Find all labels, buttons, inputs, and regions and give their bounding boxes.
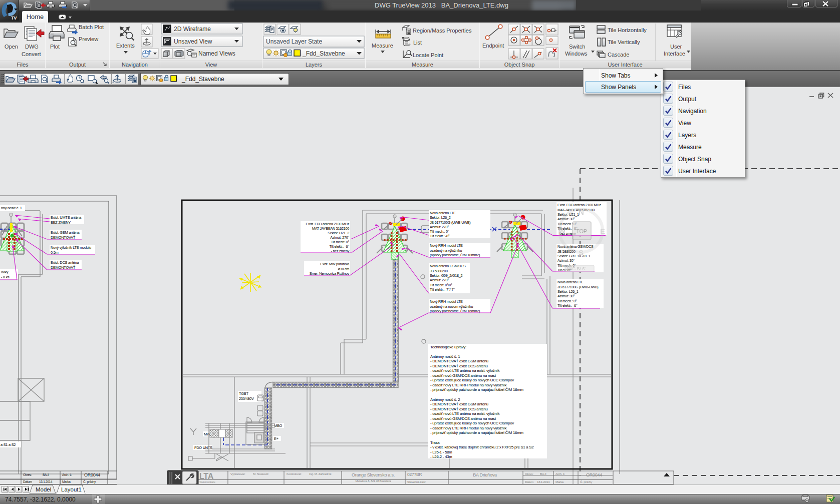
svg-text:W: W xyxy=(558,226,566,235)
svg-text:Tilt elektr.: -6°: Tilt elektr.: -6° xyxy=(330,244,350,249)
svg-text:MW: MW xyxy=(204,432,210,436)
svg-text:JB 6177100G (UWB-UWB): JB 6177100G (UWB-UWB) xyxy=(430,220,470,225)
svg-text:List: List xyxy=(413,40,422,46)
svg-text:Sektor: U21_2: Sektor: U21_2 xyxy=(328,231,349,235)
svg-text:_Fdd_Stavebne: _Fdd_Stavebne xyxy=(302,50,345,57)
svg-text:Okres:: Okres: xyxy=(23,473,32,476)
svg-text:- osadiť novú LTE anténu na ex: - osadiť novú LTE anténu na exist. výlož… xyxy=(430,411,499,416)
svg-text:Marka: Marka xyxy=(555,480,564,483)
svg-text:TGBT: TGBT xyxy=(239,391,248,396)
svg-text:OR0044: OR0044 xyxy=(586,472,602,477)
svg-text:Technologické úpravy:: Technologické úpravy: xyxy=(430,345,466,349)
svg-text:Exist. GSM anténa: Exist. GSM anténa xyxy=(51,230,80,235)
svg-text:Azimut: 30°: Azimut: 30° xyxy=(557,294,575,298)
svg-text:Arch. č.: Arch. č. xyxy=(555,472,566,475)
svg-text:nny nosič č. 1: nny nosič č. 1 xyxy=(1,206,22,210)
svg-text:Tilt elektr.: -8°: Tilt elektr.: -8° xyxy=(430,234,450,238)
svg-text:Convert: Convert xyxy=(22,51,41,57)
svg-text:Exist. DCS anténa: Exist. DCS anténa xyxy=(51,260,79,265)
svg-text:- pripraviť optický patchcorde: - pripraviť optický patchcorde a napájac… xyxy=(430,387,523,392)
svg-text:Azimut: 270°: Azimut: 270° xyxy=(330,235,349,240)
svg-text:Nová anténa GSM/DCS: Nová anténa GSM/DCS xyxy=(557,244,594,249)
svg-text:Tilt mech.: 0°: Tilt mech.: 0° xyxy=(557,299,577,303)
svg-text:Nový výložník LTE modulu: Nový výložník LTE modulu xyxy=(51,245,91,250)
svg-text:Measure: Measure xyxy=(372,43,393,49)
svg-text:Tilt elektr.: -7°/-7°: Tilt elektr.: -7°/-7° xyxy=(430,287,455,292)
svg-text:- osadiť nový LTE RRH modul na: - osadiť nový LTE RRH modul na nový výlo… xyxy=(430,426,506,430)
svg-text:Locate Point: Locate Point xyxy=(413,52,443,58)
svg-text:Preview: Preview xyxy=(79,36,98,42)
svg-text:13.1.2014: 13.1.2014 xyxy=(537,480,550,483)
svg-text:BA-II: BA-II xyxy=(43,473,49,476)
svg-text:230/480V: 230/480V xyxy=(239,396,254,401)
svg-text:OR0044: OR0044 xyxy=(84,472,100,477)
svg-text:- L26-1 - 58m: - L26-1 - 58m xyxy=(430,450,452,454)
svg-text:Arch. č.: Arch. č. xyxy=(62,473,72,476)
svg-text:Sektor: L26_2: Sektor: L26_2 xyxy=(430,215,451,220)
svg-text:FDO UNTS: FDO UNTS xyxy=(194,445,212,450)
svg-text:Batch Plot: Batch Plot xyxy=(79,24,104,30)
svg-text:- osadiť novú GSM/DCS anténu n: - osadiť novú GSM/DCS anténu na mast xyxy=(430,416,496,421)
svg-text:Sektor: L26_1: Sektor: L26_1 xyxy=(557,289,579,294)
svg-text:Anténny nosič č. 1: Anténny nosič č. 1 xyxy=(430,354,460,359)
svg-text:- upratať existujúce koaxy do: - upratať existujúce koaxy do nových UCC… xyxy=(430,421,514,425)
svg-text:Vypracoval:: Vypracoval: xyxy=(230,472,245,475)
svg-text:JB 5880200: JB 5880200 xyxy=(430,269,448,273)
svg-text:- upratať existujúce koaxy do: - upratať existujúce koaxy do nových UCC… xyxy=(430,378,514,382)
svg-text:- 8 ks: - 8 ks xyxy=(1,275,10,279)
svg-text:Orange Slovensko a.s.: Orange Slovensko a.s. xyxy=(352,472,395,477)
svg-text:Okres:: Okres: xyxy=(525,472,533,475)
svg-text:Trasa: Trasa xyxy=(430,440,440,445)
svg-text:Open: Open xyxy=(5,44,18,50)
svg-text:13.1.2014: 13.1.2014 xyxy=(39,480,53,483)
svg-text:Interface: Interface xyxy=(664,51,685,57)
svg-text:MAT-JAYBEAN 5162100: MAT-JAYBEAN 5162100 xyxy=(312,226,349,231)
svg-text:TOP: TOP xyxy=(576,228,587,234)
svg-text:TV: TV xyxy=(11,16,17,21)
svg-text:BEZ ZMENY: BEZ ZMENY xyxy=(51,220,71,225)
svg-text:User: User xyxy=(670,44,682,50)
svg-text:(optický patchcorde, Č/M 18mm2: (optický patchcorde, Č/M 18mm2) xyxy=(430,253,480,257)
svg-text:N: N xyxy=(579,208,584,216)
svg-text:Endpoint: Endpoint xyxy=(482,43,504,49)
svg-text:Named Views: Named Views xyxy=(198,50,235,57)
svg-text:Tilt elektr.: -6°: Tilt elektr.: -6° xyxy=(557,303,578,308)
svg-text:Tilt mech.: 0°: Tilt mech.: 0° xyxy=(430,229,449,234)
svg-text:W/C-B/-6°: W/C-B/-6° xyxy=(567,266,587,271)
svg-text:a S1 a S2: a S1 a S2 xyxy=(1,442,16,447)
svg-text:ø30 cm: ø30 cm xyxy=(338,267,350,271)
svg-text:Tile Horizontally: Tile Horizontally xyxy=(608,27,647,33)
svg-text:osadený na výložníku: osadený na výložníku xyxy=(430,248,462,253)
svg-text:Exist. FDD anténa 2100 MHz: Exist. FDD anténa 2100 MHz xyxy=(557,203,601,207)
svg-text:- osadiť novú GSM/DCS anténu n: - osadiť novú GSM/DCS anténu na mast xyxy=(430,373,496,378)
svg-text:- DEMONTOVAŤ exist DCS anténu: - DEMONTOVAŤ exist DCS anténu xyxy=(430,364,488,368)
svg-text:Stavebná časť: Stavebná časť xyxy=(407,480,426,483)
svg-text:Nová anténa LTE: Nová anténa LTE xyxy=(430,211,456,215)
svg-text:Extents: Extents xyxy=(116,43,135,49)
svg-text:BA Drieňova: BA Drieňova xyxy=(473,472,497,477)
svg-text:- osadiť novú LTE anténu na ex: - osadiť novú LTE anténu na exist. výlož… xyxy=(430,368,499,373)
svg-text:Nová anténa GSM/DCS: Nová anténa GSM/DCS xyxy=(430,264,466,268)
svg-text:Ing. M. Zahradník: Ing. M. Zahradník xyxy=(309,472,332,475)
svg-text:Exist. FDD anténa 2100 MHz: Exist. FDD anténa 2100 MHz xyxy=(306,222,349,226)
svg-text:Dátum: Dátum xyxy=(23,480,32,483)
svg-text:- DEMONTOVAŤ exist GSM anténu: - DEMONTOVAŤ exist GSM anténu xyxy=(430,359,488,363)
svg-text:M. Noskovič: M. Noskovič xyxy=(253,472,268,475)
svg-text:Layout1: Layout1 xyxy=(61,486,82,492)
svg-text:Model: Model xyxy=(36,486,51,492)
svg-text:- DEMONTOVAŤ exist GSM anténu: - DEMONTOVAŤ exist GSM anténu xyxy=(430,402,488,406)
svg-text:osadený na novom výložníku: osadený na novom výložníku xyxy=(430,304,473,309)
svg-text:- DEMONTOVAŤ exist DCS anténu: - DEMONTOVAŤ exist DCS anténu xyxy=(430,407,488,411)
svg-text:Sektor: G09_2/G18_2: Sektor: G09_2/G18_2 xyxy=(430,273,462,278)
svg-text:Č. prílohy: Č. prílohy xyxy=(580,480,593,483)
svg-text:E+: E+ xyxy=(274,436,278,441)
svg-text:MBO: MBO xyxy=(274,423,283,428)
svg-text:DWG: DWG xyxy=(25,44,39,50)
svg-text:- L26-2 - 43m: - L26-2 - 43m xyxy=(430,454,452,459)
svg-text:Nová anténa LTE: Nová anténa LTE xyxy=(557,280,584,284)
svg-text:Sektor: G09_1/G18_1: Sektor: G09_1/G18_1 xyxy=(557,254,590,258)
svg-text:S: S xyxy=(579,248,584,257)
svg-text:Anténny nosič č. 2: Anténny nosič č. 2 xyxy=(430,397,460,402)
svg-text:Exist. MW parabola: Exist. MW parabola xyxy=(320,262,349,266)
svg-text:Switch: Switch xyxy=(569,44,585,50)
